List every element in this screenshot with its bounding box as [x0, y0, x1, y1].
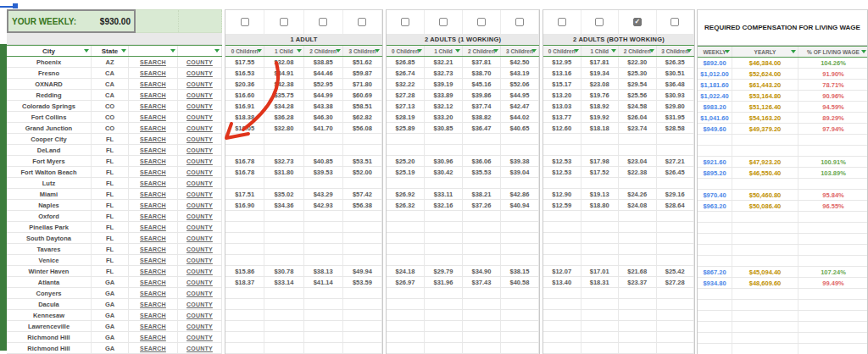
filter-icon[interactable]: [417, 49, 422, 53]
filter-icon[interactable]: [121, 49, 126, 53]
filter-icon[interactable]: [861, 50, 866, 53]
county-link[interactable]: COUNTY: [178, 211, 222, 221]
search-link[interactable]: SEARCH: [129, 299, 178, 309]
cell-wage: [463, 178, 501, 188]
search-link[interactable]: SEARCH: [129, 57, 178, 67]
checkbox[interactable]: [401, 18, 409, 26]
county-link[interactable]: COUNTY: [178, 178, 222, 188]
filter-icon[interactable]: [791, 50, 796, 53]
county-link[interactable]: COUNTY: [178, 79, 222, 89]
cell-wage: [543, 211, 581, 221]
filter-icon[interactable]: [687, 49, 692, 53]
search-link[interactable]: SEARCH: [129, 332, 178, 342]
search-link[interactable]: SEARCH: [129, 244, 178, 254]
search-link[interactable]: SEARCH: [129, 200, 178, 210]
filter-icon[interactable]: [725, 50, 730, 53]
county-link[interactable]: COUNTY: [178, 167, 222, 177]
search-link[interactable]: SEARCH: [129, 145, 178, 155]
county-link[interactable]: COUNTY: [178, 57, 222, 67]
checkbox[interactable]: [670, 18, 679, 26]
table-row: $13.16$19.34$25.30$30.51: [543, 68, 694, 79]
county-link[interactable]: COUNTY: [178, 145, 222, 155]
your-weekly-value[interactable]: $930.00: [100, 17, 131, 26]
filter-icon[interactable]: [574, 49, 579, 53]
filter-icon[interactable]: [531, 49, 537, 53]
county-link[interactable]: COUNTY: [178, 101, 222, 111]
county-link[interactable]: COUNTY: [178, 222, 222, 232]
search-link[interactable]: SEARCH: [129, 178, 178, 188]
county-link[interactable]: COUNTY: [178, 134, 222, 144]
checkbox[interactable]: [515, 18, 524, 26]
cell-wage: $33.11: [425, 189, 463, 199]
cell-wage: $17.81: [581, 57, 620, 67]
search-link[interactable]: SEARCH: [129, 211, 178, 221]
filter-icon[interactable]: [214, 49, 220, 53]
filter-icon[interactable]: [493, 49, 498, 53]
county-link[interactable]: COUNTY: [178, 123, 222, 133]
checkbox[interactable]: [595, 18, 604, 26]
search-link[interactable]: SEARCH: [129, 68, 178, 78]
checkbox[interactable]: [477, 18, 486, 26]
search-link[interactable]: SEARCH: [129, 112, 178, 122]
selection-handle[interactable]: [13, 3, 18, 8]
checkbox[interactable]: [319, 18, 327, 26]
cell-pct-living-wage: [798, 179, 868, 189]
county-link[interactable]: COUNTY: [178, 288, 222, 298]
checkbox[interactable]: [558, 18, 566, 26]
county-link[interactable]: COUNTY: [178, 310, 222, 320]
checkbox[interactable]: [280, 18, 288, 26]
checkbox-checked[interactable]: ✓: [633, 18, 642, 26]
county-link[interactable]: COUNTY: [178, 112, 222, 122]
filter-icon[interactable]: [297, 49, 302, 53]
checkbox[interactable]: [358, 18, 366, 26]
county-link[interactable]: COUNTY: [178, 332, 222, 342]
county-link[interactable]: COUNTY: [178, 189, 222, 199]
search-link[interactable]: SEARCH: [129, 189, 178, 199]
left-header-row: City State: [7, 45, 222, 57]
filter-icon[interactable]: [649, 49, 654, 53]
county-link[interactable]: COUNTY: [178, 233, 222, 243]
search-link[interactable]: SEARCH: [129, 343, 178, 353]
county-link[interactable]: COUNTY: [178, 90, 222, 100]
search-link[interactable]: SEARCH: [129, 134, 178, 144]
search-link[interactable]: SEARCH: [129, 233, 178, 243]
search-link[interactable]: SEARCH: [129, 101, 178, 111]
search-link[interactable]: SEARCH: [129, 156, 178, 166]
filter-icon[interactable]: [257, 49, 262, 53]
county-link[interactable]: COUNTY: [178, 255, 222, 265]
search-link[interactable]: SEARCH: [129, 79, 178, 89]
your-weekly-cell[interactable]: YOUR WEEKLY: $930.00: [7, 9, 136, 33]
cell-wage: [657, 233, 695, 243]
search-link[interactable]: SEARCH: [129, 288, 178, 298]
search-link[interactable]: SEARCH: [129, 222, 178, 232]
cell-yearly: $46,550.40: [732, 168, 798, 178]
search-link[interactable]: SEARCH: [129, 167, 178, 177]
cell-wage: [463, 244, 501, 254]
body-1-adult: $17.55$32.08$38.85$51.62$16.53$34.91$44.…: [225, 57, 382, 354]
filter-icon[interactable]: [611, 49, 616, 53]
search-link[interactable]: SEARCH: [129, 310, 178, 320]
filter-icon[interactable]: [170, 49, 175, 53]
search-link[interactable]: SEARCH: [129, 266, 178, 276]
required-compensation-header: REQUIRED COMPENSATION FOR LIVING WAGE: [698, 10, 867, 46]
county-link[interactable]: COUNTY: [178, 266, 222, 276]
county-link[interactable]: COUNTY: [178, 200, 222, 210]
filter-icon[interactable]: [375, 49, 380, 53]
checkbox[interactable]: [241, 18, 249, 26]
county-link[interactable]: COUNTY: [178, 244, 222, 254]
filter-icon[interactable]: [84, 49, 89, 53]
county-link[interactable]: COUNTY: [178, 321, 222, 331]
search-link[interactable]: SEARCH: [129, 321, 178, 331]
county-link[interactable]: COUNTY: [178, 156, 222, 166]
search-link[interactable]: SEARCH: [129, 277, 178, 287]
filter-icon[interactable]: [455, 49, 460, 53]
search-link[interactable]: SEARCH: [129, 123, 178, 133]
checkbox[interactable]: [439, 18, 448, 26]
filter-icon[interactable]: [336, 49, 341, 53]
search-link[interactable]: SEARCH: [129, 255, 178, 265]
county-link[interactable]: COUNTY: [178, 299, 222, 309]
search-link[interactable]: SEARCH: [129, 90, 178, 100]
county-link[interactable]: COUNTY: [178, 343, 222, 353]
county-link[interactable]: COUNTY: [178, 68, 222, 78]
county-link[interactable]: COUNTY: [178, 277, 222, 287]
